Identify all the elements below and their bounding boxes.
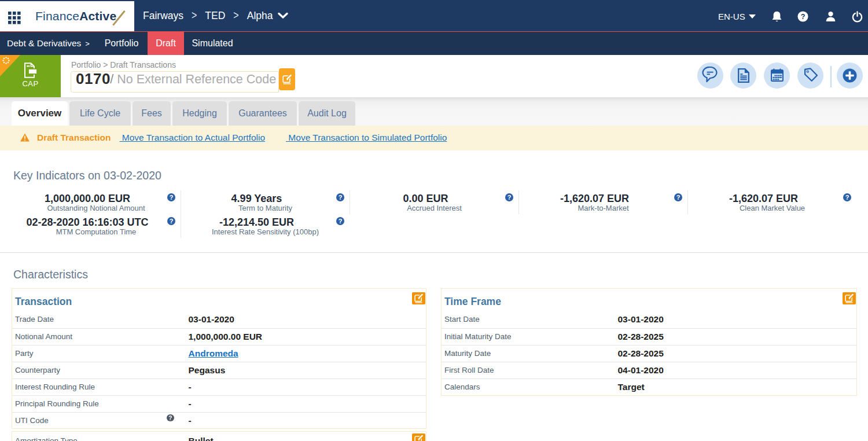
svg-text:?: ? xyxy=(801,13,806,21)
